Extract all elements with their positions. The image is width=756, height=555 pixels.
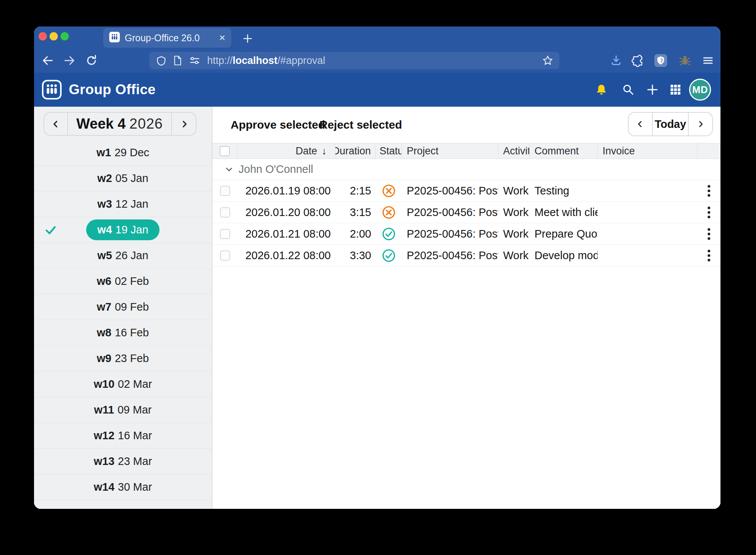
week-item-label: w602 Feb bbox=[97, 275, 149, 288]
timesheet-row[interactable]: 2026.01.19 08:002:15P2025-00456: Post ca… bbox=[212, 180, 720, 202]
previous-week-button[interactable] bbox=[44, 113, 67, 135]
week-item-w13[interactable]: w1323 Mar bbox=[34, 449, 212, 474]
notifications-bell-icon[interactable] bbox=[592, 81, 610, 99]
week-item-w15[interactable]: w15 bbox=[34, 500, 212, 509]
week-number: w10 bbox=[94, 378, 115, 390]
user-avatar[interactable]: MD bbox=[689, 79, 711, 101]
next-period-button[interactable] bbox=[689, 113, 712, 135]
today-button[interactable]: Today bbox=[652, 113, 689, 135]
week-item-w11[interactable]: w1109 Mar bbox=[34, 397, 212, 423]
timesheet-row[interactable]: 2026.01.20 08:003:15P2025-00456: Post ca… bbox=[212, 202, 720, 223]
week-number: w3 bbox=[98, 198, 112, 210]
week-item-w7[interactable]: w709 Feb bbox=[34, 294, 212, 320]
row-checkbox[interactable] bbox=[220, 250, 230, 261]
column-header-duration[interactable]: Duration bbox=[335, 143, 376, 159]
week-item-w14[interactable]: w1430 Mar bbox=[34, 474, 212, 500]
timesheet-row[interactable]: 2026.01.21 08:002:00P2025-00456: Post ca… bbox=[212, 223, 720, 245]
week-item-label: w816 Feb bbox=[97, 326, 149, 339]
week-item-label: w1109 Mar bbox=[94, 404, 152, 416]
cell-status bbox=[376, 249, 402, 263]
week-number: w15 bbox=[113, 507, 133, 509]
timesheet-row[interactable]: 2026.01.22 08:003:30P2025-00456: Post ca… bbox=[212, 245, 720, 266]
week-item-w6[interactable]: w602 Feb bbox=[34, 269, 212, 294]
week-item-label: w1430 Mar bbox=[94, 481, 152, 493]
week-item-w3[interactable]: w312 Jan bbox=[34, 191, 212, 217]
url-bar[interactable]: http://localhost/#approval bbox=[149, 52, 559, 69]
week-item-w2[interactable]: w205 Jan bbox=[34, 166, 212, 191]
cell-project: P2025-00456: Post calc bbox=[402, 249, 498, 262]
extensions-puzzle-icon[interactable] bbox=[630, 52, 646, 69]
reject-selected-button[interactable]: Reject selected bbox=[319, 107, 402, 143]
week-start-date: 02 Feb bbox=[115, 275, 149, 288]
chevron-down-icon[interactable] bbox=[224, 165, 234, 174]
week-number: w14 bbox=[94, 481, 115, 493]
week-item-w5[interactable]: w526 Jan bbox=[34, 243, 212, 269]
approval-toolbar: Approve selected Reject selected Today bbox=[212, 107, 720, 143]
week-start-date: 26 Jan bbox=[115, 249, 148, 262]
add-plus-icon[interactable] bbox=[643, 81, 662, 99]
week-item-w1[interactable]: w129 Dec bbox=[34, 140, 212, 166]
column-header-invoice[interactable]: Invoice bbox=[598, 143, 697, 159]
menu-hamburger-icon[interactable] bbox=[700, 52, 716, 69]
column-header-activity[interactable]: Activity bbox=[498, 143, 530, 159]
app-header: Group Office MD bbox=[34, 73, 720, 107]
row-checkbox[interactable] bbox=[220, 207, 230, 218]
tab-close-icon[interactable]: × bbox=[219, 33, 225, 43]
week-item-label: w709 Feb bbox=[97, 301, 149, 313]
shield-permissions-icon[interactable] bbox=[156, 56, 166, 66]
week-item-label: w1216 Mar bbox=[94, 429, 152, 442]
forward-button[interactable] bbox=[61, 52, 78, 69]
week-navigator-label[interactable]: Week 4 2026 bbox=[67, 113, 172, 135]
window-minimize-button[interactable] bbox=[50, 32, 58, 40]
week-item-w8[interactable]: w816 Feb bbox=[34, 320, 212, 346]
page-info-icon[interactable] bbox=[173, 55, 182, 66]
new-tab-button[interactable] bbox=[240, 31, 255, 46]
browser-tab[interactable]: Group-Office 26.0 × bbox=[103, 28, 231, 48]
week-item-w4[interactable]: w419 Jan bbox=[34, 217, 212, 243]
window-zoom-button[interactable] bbox=[60, 32, 69, 40]
week-list: w129 Decw205 Janw312 Janw419 Janw526 Jan… bbox=[34, 140, 212, 509]
next-week-button[interactable] bbox=[172, 113, 196, 135]
row-menu-kebab-icon[interactable] bbox=[697, 207, 720, 218]
column-header-date[interactable]: Date↓ bbox=[237, 143, 335, 159]
bookmark-star-icon[interactable] bbox=[542, 55, 553, 66]
column-header-comment[interactable]: Comment bbox=[530, 143, 598, 159]
previous-period-button[interactable] bbox=[629, 113, 652, 135]
column-header-status[interactable]: Status bbox=[376, 143, 402, 159]
week-number: w13 bbox=[94, 455, 115, 468]
cell-duration: 3:15 bbox=[335, 206, 376, 219]
week-start-date: 19 Jan bbox=[115, 224, 148, 236]
cell-status bbox=[376, 184, 402, 198]
column-header-project[interactable]: Project bbox=[402, 143, 498, 159]
week-item-w10[interactable]: w1002 Mar bbox=[34, 372, 212, 397]
reload-button[interactable] bbox=[83, 52, 100, 69]
downloads-icon[interactable] bbox=[608, 52, 624, 69]
groupoffice-logo-icon[interactable] bbox=[42, 79, 62, 101]
week-item-label: w129 Dec bbox=[96, 146, 149, 159]
window-controls bbox=[39, 32, 69, 40]
back-button[interactable] bbox=[39, 52, 56, 69]
select-all-checkbox[interactable] bbox=[220, 146, 230, 156]
search-icon[interactable] bbox=[619, 81, 637, 99]
approve-selected-button[interactable]: Approve selected bbox=[231, 107, 325, 143]
group-row[interactable]: John O'Connell bbox=[212, 159, 720, 180]
row-checkbox[interactable] bbox=[220, 229, 230, 239]
row-menu-kebab-icon[interactable] bbox=[697, 228, 720, 240]
row-checkbox-cell bbox=[212, 229, 237, 239]
week-item-w9[interactable]: w923 Feb bbox=[34, 346, 212, 372]
window-close-button[interactable] bbox=[39, 32, 47, 40]
cell-comment: Develop module bbox=[530, 249, 598, 262]
week-item-label: w312 Jan bbox=[98, 198, 149, 210]
cell-date: 2026.01.19 08:00 bbox=[237, 185, 335, 197]
apps-grid-icon[interactable] bbox=[666, 81, 685, 99]
column-header-actions bbox=[697, 143, 720, 159]
debugger-bug-icon[interactable] bbox=[677, 52, 693, 69]
cell-status bbox=[376, 227, 402, 241]
cell-activity: Work bbox=[498, 228, 530, 240]
week-item-w12[interactable]: w1216 Mar bbox=[34, 423, 212, 449]
row-checkbox[interactable] bbox=[220, 186, 230, 196]
row-menu-kebab-icon[interactable] bbox=[697, 250, 720, 261]
password-manager-shield-icon[interactable] bbox=[652, 52, 669, 69]
site-settings-sliders-icon[interactable] bbox=[189, 56, 200, 65]
row-menu-kebab-icon[interactable] bbox=[697, 185, 720, 197]
